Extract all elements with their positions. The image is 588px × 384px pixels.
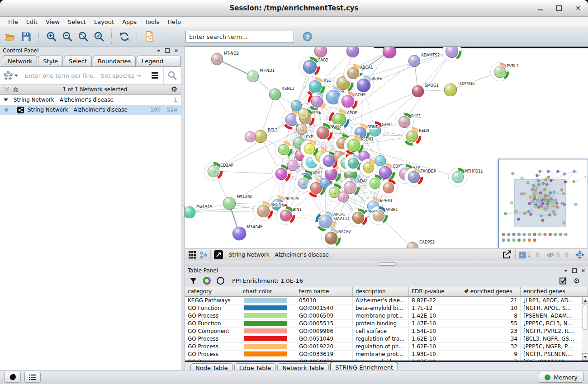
gear-icon[interactable]: ⚙	[574, 277, 580, 285]
protein-node[interactable]	[338, 192, 349, 202]
protein-node-pvrl2[interactable]: PVRL2	[491, 63, 519, 81]
scroll-down-button[interactable]	[582, 353, 588, 361]
close-button[interactable]: ✕	[574, 5, 582, 12]
table-row[interactable]: KEGG Pathways05010Alzheimer's dise...8.8…	[185, 297, 588, 304]
network-document-icon[interactable]	[144, 31, 156, 42]
expand-all-icon[interactable]	[13, 87, 19, 92]
protein-node-psen1[interactable]: PSEN1	[344, 136, 374, 155]
tab-boundaries[interactable]: Boundaries	[93, 56, 136, 66]
refresh-icon[interactable]	[119, 31, 130, 42]
open-session-icon[interactable]	[5, 31, 16, 42]
protein-node[interactable]	[383, 47, 396, 58]
gear-icon[interactable]: ⚙	[171, 86, 177, 93]
search-input[interactable]	[185, 31, 294, 42]
navigator-icon[interactable]	[575, 250, 584, 259]
collapse-all-icon[interactable]	[4, 87, 10, 92]
set-species-label[interactable]: Set species →	[101, 72, 146, 79]
table-scrollbar[interactable]	[582, 297, 588, 361]
protein-node-ache[interactable]: ACHE	[338, 92, 366, 111]
protein-node[interactable]	[301, 140, 318, 158]
scroll-up-button[interactable]	[582, 297, 588, 304]
string-protein-query-selector[interactable]: STRING	[0, 67, 21, 84]
protein-node[interactable]	[314, 47, 327, 57]
cytoscape-logo-button[interactable]	[5, 372, 21, 383]
protein-node-bace2[interactable]: BACE2	[322, 229, 351, 248]
column-header--enriched-genes[interactable]: # enriched genes	[461, 287, 521, 296]
protein-node[interactable]	[275, 141, 293, 159]
protein-node-mthfd1l[interactable]: MTHFD1L	[449, 168, 483, 187]
protein-node[interactable]	[346, 47, 359, 57]
protein-node[interactable]	[298, 108, 309, 119]
birds-eye-view[interactable]	[498, 159, 588, 248]
network-collection-row[interactable]: String Network - Alzheimer's disease 1	[0, 95, 181, 105]
network-row-selected[interactable]: String Network - Alzheimer's disease 100…	[0, 105, 181, 115]
protein-node-adamts2[interactable]: ADAMTS2	[408, 53, 440, 67]
table-row[interactable]: GO ProcessGO:0006509membrane prot...1.42…	[185, 312, 588, 320]
menu-help[interactable]: Help	[164, 18, 185, 26]
menu-apps[interactable]: Apps	[119, 18, 140, 26]
protein-node-cadps2[interactable]: CADPS2	[407, 240, 435, 248]
protein-node-tardbp[interactable]: TARDBP	[405, 168, 436, 187]
query-search-button[interactable]	[163, 67, 181, 84]
share-network-icon[interactable]	[199, 251, 207, 259]
menu-edit[interactable]: Edit	[23, 18, 41, 26]
protein-node-ms4a4a[interactable]: MS4A4A	[185, 204, 212, 218]
panel-close-icon[interactable]: ✕	[581, 268, 585, 274]
table-row[interactable]: GO FunctionGO:0001540beta-amyloid bi...1…	[185, 304, 588, 312]
splitter-grip[interactable]	[182, 206, 185, 218]
export-network-icon[interactable]	[502, 250, 512, 259]
panel-float-icon[interactable]	[165, 48, 170, 53]
table-row[interactable]: GO ProcessGO:0033619membrane prot...1.93…	[185, 351, 588, 358]
protein-node[interactable]	[245, 131, 256, 142]
protein-node[interactable]	[375, 155, 386, 166]
table-row[interactable]: GO ProcessGO:0019220regulation of ph...1…	[185, 343, 588, 351]
protein-node-aplp1[interactable]: APLP1KIAA1149	[316, 211, 352, 232]
save-session-icon[interactable]	[20, 31, 32, 42]
tab-select[interactable]: Select	[64, 56, 92, 66]
chart-color-icon[interactable]	[203, 277, 211, 285]
filter-icon[interactable]	[190, 277, 197, 285]
protein-node-mt-nd1[interactable]: MT-ND1	[247, 68, 275, 82]
remove-chart-icon[interactable]	[217, 277, 224, 285]
column-header-category[interactable]: category	[185, 287, 240, 296]
tab-legend-panel[interactable]: Legend Panel	[137, 56, 181, 66]
horizontal-splitter[interactable]	[185, 261, 588, 267]
maximize-button[interactable]	[555, 5, 563, 12]
protein-node[interactable]	[442, 47, 462, 61]
grid-view-icon[interactable]	[189, 251, 196, 259]
memory-button[interactable]: Memory	[539, 372, 583, 383]
scrollbar-thumb[interactable]	[583, 304, 588, 330]
menu-tools[interactable]: Tools	[141, 18, 163, 26]
task-history-button[interactable]	[24, 372, 41, 383]
minimize-button[interactable]	[536, 5, 544, 12]
table-row[interactable]: GO ComponentGO:0009986cell surface1.54E-…	[185, 328, 588, 335]
table-row[interactable]: GO FunctionGO:0005515protein binding1.47…	[185, 320, 588, 328]
panel-float-icon[interactable]	[572, 268, 577, 273]
column-header-enriched-genes[interactable]: enriched genes	[521, 287, 582, 296]
tree-expand-icon[interactable]	[4, 98, 8, 101]
term-query-input[interactable]	[21, 72, 101, 79]
menu-view[interactable]: View	[42, 18, 63, 26]
tab-style[interactable]: Style	[38, 56, 63, 66]
protein-node-bin1[interactable]: BIN1	[277, 206, 302, 225]
protein-node-tomm40[interactable]: TOMM40	[444, 81, 474, 96]
menu-select[interactable]: Select	[64, 18, 90, 26]
table-row[interactable]: GO ProcessGO:0051049regulation of tra...…	[185, 335, 588, 343]
protein-node-smug1[interactable]: SMUG1	[412, 83, 439, 97]
zoom-in-icon[interactable]	[46, 31, 57, 42]
protein-node-reln[interactable]: RELN	[403, 127, 429, 146]
network-canvas[interactable]: MT-ND2MT-ND1VSNL1GAB2ADAMTS2PVRL2TOMM40S…	[185, 47, 588, 248]
open-in-window-icon[interactable]	[214, 250, 223, 259]
table-row[interactable]: GO ProcessGO:0050435beta-amyloid m...2.0…	[185, 358, 588, 361]
column-header-description[interactable]: description	[353, 287, 409, 296]
query-options-button[interactable]	[146, 67, 163, 84]
tab-network[interactable]: Network	[3, 55, 37, 66]
protein-node[interactable]	[296, 124, 307, 135]
protein-node[interactable]	[287, 160, 298, 171]
protein-node-gab2[interactable]: GAB2	[300, 57, 328, 77]
zoom-fit-icon[interactable]	[77, 31, 89, 42]
panel-close-icon[interactable]: ✕	[174, 48, 178, 54]
help-icon[interactable]: ?	[302, 31, 313, 42]
zoom-selected-icon[interactable]	[93, 31, 105, 42]
protein-node[interactable]	[380, 179, 398, 197]
